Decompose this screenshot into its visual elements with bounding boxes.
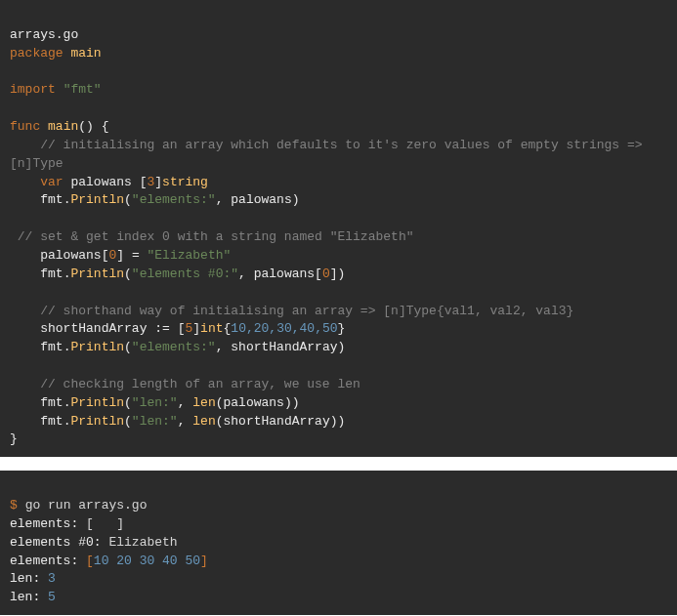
output-value: 5 — [48, 590, 56, 604]
paren-open: ( — [216, 414, 224, 429]
comma: , — [178, 414, 193, 429]
paren-open: ( — [124, 395, 132, 410]
comma: , — [216, 192, 232, 207]
keyword-package: package — [10, 46, 63, 61]
paren-close: ) — [292, 192, 300, 207]
shell-command: go run arrays.go — [25, 498, 148, 513]
len-call: len — [192, 395, 215, 410]
paren-close: )) — [284, 395, 300, 410]
fmt-pkg: fmt — [40, 414, 63, 429]
paren-open: ( — [124, 340, 132, 354]
index-close: ] — [330, 267, 338, 281]
output-values: 10 20 30 40 50 — [94, 554, 200, 568]
string-literal: "elements #0:" — [132, 267, 238, 281]
keyword-var: var — [40, 175, 63, 189]
short-assign-op: := — [154, 321, 170, 336]
arg-identifier: palowans — [224, 395, 284, 410]
paren-open: ( — [124, 267, 132, 281]
index-value: 0 — [322, 267, 330, 281]
brace-close: } — [338, 321, 346, 336]
string-literal: "len:" — [132, 395, 178, 410]
arg-identifier: palowans — [254, 267, 315, 281]
shell-prompt: $ — [10, 498, 18, 513]
output-label: elements #0: — [10, 535, 102, 550]
closing-brace: } — [10, 431, 18, 446]
paren-close: ) — [338, 267, 346, 281]
paren-open: ( — [216, 395, 224, 410]
println-call: Println — [70, 340, 124, 354]
comma: , — [216, 340, 232, 354]
println-call: Println — [70, 395, 124, 410]
string-literal: "elements:" — [132, 340, 216, 354]
comma: , — [178, 395, 193, 410]
arg-identifier: palowans — [231, 192, 291, 207]
string-literal: "len:" — [132, 414, 178, 429]
output-label: len: — [10, 590, 40, 604]
bracket-close: ] — [200, 554, 208, 568]
output-value: 3 — [48, 571, 56, 586]
keyword-import: import — [10, 82, 56, 97]
func-signature: () { — [78, 119, 108, 134]
comment-init: // initialising an array which defaults … — [40, 138, 642, 152]
comment-init-2: [n]Type — [10, 156, 63, 171]
paren-close: ) — [338, 340, 346, 354]
output-label: elements: — [10, 516, 78, 531]
keyword-func: func — [10, 119, 40, 134]
string-literal: "Elizabeth" — [148, 248, 232, 263]
func-name: main — [48, 119, 78, 134]
comment-setget: // set & get index 0 with a string named… — [18, 229, 414, 244]
identifier: shortHandArray — [40, 321, 147, 336]
println-call: Println — [70, 267, 124, 281]
var-identifier: palowans — [70, 175, 131, 189]
terminal-output-block: $ go run arrays.go elements: [ ] element… — [0, 471, 677, 615]
len-call: len — [192, 414, 215, 429]
type-string: string — [162, 175, 208, 189]
println-call: Println — [70, 414, 124, 429]
bracket-open: [ — [86, 554, 94, 568]
string-literal: "elements:" — [132, 192, 216, 207]
fmt-pkg: fmt — [40, 192, 63, 207]
output-label: len: — [10, 571, 40, 586]
import-path: "fmt" — [63, 82, 102, 97]
arg-identifier: shortHandArray — [231, 340, 337, 354]
identifier: palowans — [40, 248, 101, 263]
output-label: elements: — [10, 554, 78, 568]
source-code-block: arrays.go package main import "fmt" func… — [0, 0, 677, 457]
assign-op: = — [132, 248, 140, 263]
int-values: 10,20,30,40,50 — [231, 321, 337, 336]
package-name: main — [70, 46, 101, 61]
close-bracket: ] — [154, 175, 162, 189]
fmt-pkg: fmt — [40, 267, 63, 281]
fmt-pkg: fmt — [40, 340, 63, 354]
paren-open: ( — [124, 414, 132, 429]
comment-shorthand: // shorthand way of initialising an arra… — [40, 304, 573, 318]
file-name: arrays.go — [10, 27, 78, 42]
comma: , — [238, 267, 254, 281]
output-value: [ ] — [86, 516, 124, 531]
index-open: [ — [315, 267, 322, 281]
close-bracket: ] — [192, 321, 200, 336]
type-int: int — [200, 321, 223, 336]
output-value: Elizabeth — [108, 535, 177, 550]
println-call: Println — [70, 192, 124, 207]
fmt-pkg: fmt — [40, 395, 63, 410]
index-close: ] — [116, 248, 124, 263]
paren-open: ( — [124, 192, 132, 207]
arg-identifier: shortHandArray — [224, 414, 330, 429]
comment-len: // checking length of an array, we use l… — [40, 377, 360, 391]
paren-close: )) — [330, 414, 346, 429]
